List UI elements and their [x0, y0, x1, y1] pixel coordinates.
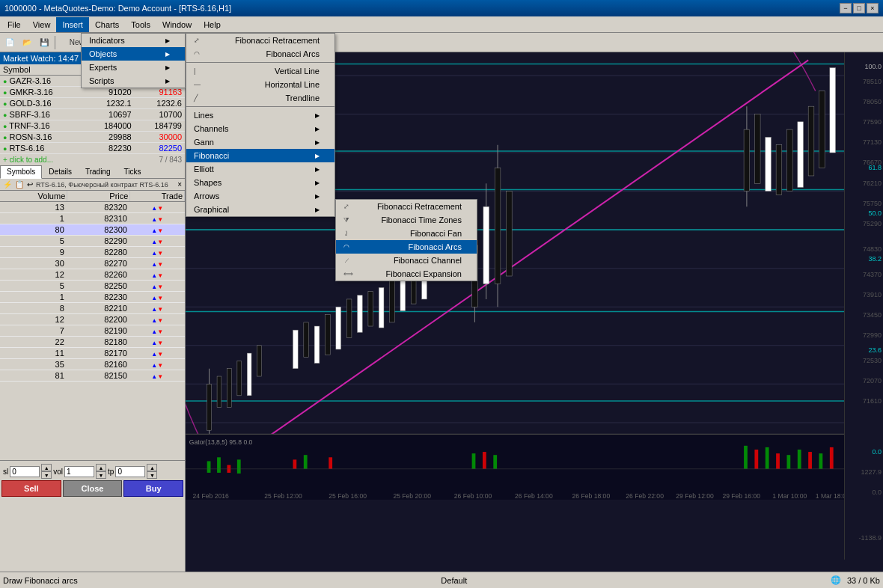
fib-retracement[interactable]: ⤢ Fibonacci Retracement: [336, 200, 477, 213]
close-button[interactable]: Close: [63, 480, 123, 497]
tp-up[interactable]: ▲: [147, 464, 157, 471]
obj-fib-arcs[interactable]: ◠ Fibonacci Arcs: [186, 52, 334, 61]
trade-volume: 22: [0, 337, 67, 348]
trade-row[interactable]: 182230▲▼: [0, 292, 185, 303]
tab-symbols[interactable]: Symbols: [0, 165, 42, 179]
price-236: 23.6: [868, 346, 882, 354]
sl-label: sl: [3, 468, 8, 476]
tp-input[interactable]: [115, 466, 145, 477]
col-volume: Volume: [0, 191, 67, 202]
trade-row[interactable]: 1282200▲▼: [0, 314, 185, 325]
obj-fibonacci[interactable]: Fibonacci ▶: [186, 149, 334, 162]
trade-row[interactable]: 582290▲▼: [0, 236, 185, 247]
minimize-button[interactable]: −: [840, 3, 852, 13]
tab-ticks[interactable]: Ticks: [117, 165, 147, 178]
symbol-ask: 184799: [135, 120, 185, 132]
status-right: 🌐 33 / 0 Kb: [831, 575, 880, 585]
fib-arcs[interactable]: ◠ Fibonacci Arcs: [336, 240, 477, 254]
obj-graphical[interactable]: Graphical ▶: [186, 203, 334, 216]
chart-area[interactable]: 24 Feb 2016 25 Feb 12:00 25 Feb 16:00 25…: [186, 52, 883, 572]
trade-volume: 12: [0, 314, 67, 325]
trade-row[interactable]: 1382320▲▼: [0, 202, 185, 213]
add-symbol-row[interactable]: + click to add... 7 / 843: [0, 154, 185, 165]
vol-up[interactable]: ▲: [96, 464, 106, 471]
trade-arrow: ▲▼: [130, 292, 185, 303]
toolbar-open[interactable]: 📂: [19, 34, 35, 51]
lot-controls: sl ▲ ▼ vol ▲ ▼ tp ▲ ▼: [1, 462, 183, 480]
tab-trading[interactable]: Trading: [79, 165, 117, 178]
menu-charts[interactable]: Charts: [89, 17, 125, 32]
toolbar-save[interactable]: 💾: [36, 34, 52, 51]
trade-price: 82210: [67, 303, 130, 314]
trade-row[interactable]: 782190▲▼: [0, 325, 185, 337]
sl-down[interactable]: ▼: [41, 471, 52, 479]
trade-row[interactable]: 982280▲▼: [0, 247, 185, 258]
trade-row[interactable]: 8182150▲▼: [0, 370, 185, 382]
trade-row[interactable]: 3082270▲▼: [0, 258, 185, 269]
trade-row[interactable]: 582250▲▼: [0, 281, 185, 292]
sl-up[interactable]: ▲: [41, 464, 52, 471]
buy-button[interactable]: Buy: [123, 480, 183, 497]
fibchan-icon: ⟋: [343, 257, 350, 264]
trade-row[interactable]: 882210▲▼: [0, 303, 185, 314]
trade-arrow: ▲▼: [130, 359, 185, 370]
toolbar-new[interactable]: 📄: [1, 34, 18, 51]
trade-close-btn[interactable]: ×: [177, 180, 182, 189]
vol-input[interactable]: [64, 466, 94, 477]
symbol-row[interactable]: ● RTS-6.168223082250: [0, 143, 185, 154]
obj-trendline[interactable]: ╱ Trendline: [186, 91, 334, 105]
trade-arrow: ▲▼: [130, 202, 185, 213]
fibchan-label: Fibonacci Channel: [394, 256, 462, 265]
obj-arrows[interactable]: Arrows ▶: [186, 189, 334, 203]
trade-price: 82250: [67, 281, 130, 292]
sl-input[interactable]: [10, 466, 40, 477]
add-symbol-text: + click to add...: [3, 156, 53, 164]
trade-row[interactable]: 182310▲▼: [0, 213, 185, 224]
close-button[interactable]: ×: [867, 3, 879, 13]
fib-channel[interactable]: ⟋ Fibonacci Channel: [336, 254, 477, 267]
obj-shapes[interactable]: Shapes ▶: [186, 176, 334, 189]
symbol-row[interactable]: ● TRNF-3.16184000184799: [0, 120, 185, 132]
sell-button[interactable]: Sell: [1, 480, 61, 497]
trade-arrow: ▲▼: [130, 348, 185, 359]
fibret-icon: ⤢: [343, 203, 349, 210]
toolbar-sep1: [55, 36, 55, 49]
obj-vertical-line[interactable]: | Vertical Line: [186, 64, 334, 78]
vol-down[interactable]: ▼: [96, 471, 106, 479]
symbol-ask: 10700: [135, 109, 185, 120]
trade-row[interactable]: 1182170▲▼: [0, 348, 185, 359]
trade-row[interactable]: 1282260▲▼: [0, 269, 185, 281]
tp-down[interactable]: ▼: [147, 471, 157, 479]
obj-elliott[interactable]: Elliott ▶: [186, 162, 334, 176]
fib-arc-icon2: ◠: [194, 52, 200, 58]
trade-price: 82230: [67, 292, 130, 303]
fib-fan[interactable]: ⤸ Fibonacci Fan: [336, 227, 477, 240]
trend-icon: ╱: [194, 94, 198, 102]
trade-row[interactable]: 8082300▲▼: [0, 224, 185, 236]
menu-file[interactable]: File: [1, 17, 27, 32]
menu-view[interactable]: View: [27, 17, 57, 32]
menu-help[interactable]: Help: [198, 17, 227, 32]
trade-price: 82310: [67, 213, 130, 224]
trade-volume: 81: [0, 370, 67, 382]
fib-expansion[interactable]: ⟺ Fibonacci Expansion: [336, 267, 477, 281]
obj-gann[interactable]: Gann ▶: [186, 135, 334, 149]
trade-row[interactable]: 3582160▲▼: [0, 359, 185, 370]
maximize-button[interactable]: □: [853, 3, 865, 13]
obj-horizontal-line[interactable]: — Horizontal Line: [186, 78, 334, 91]
menu-insert[interactable]: Insert: [56, 17, 89, 32]
trade-table-container: Volume Price Trade 1382320▲▼182310▲▼8082…: [0, 191, 185, 460]
symbol-row[interactable]: ● SBRF-3.161069710700: [0, 109, 185, 120]
symbol-row[interactable]: ● GOLD-3.161232.11232.6: [0, 98, 185, 109]
menu-tools[interactable]: Tools: [125, 17, 156, 32]
trade-row[interactable]: 2282180▲▼: [0, 337, 185, 348]
fib-time-zones[interactable]: ⧩ Fibonacci Time Zones: [336, 213, 477, 227]
obj-lines[interactable]: Lines ▶: [186, 108, 334, 122]
sep1: [186, 62, 334, 63]
menu-window[interactable]: Window: [156, 17, 198, 32]
shapes-arrow: ▶: [315, 180, 320, 186]
symbol-row[interactable]: ● ROSN-3.162998830000: [0, 132, 185, 143]
obj-channels[interactable]: Channels ▶: [186, 122, 334, 135]
tab-details[interactable]: Details: [42, 165, 79, 178]
main-layout: Market Watch: 14:47 _ × Symbol ● GAZR-3.…: [0, 52, 883, 572]
